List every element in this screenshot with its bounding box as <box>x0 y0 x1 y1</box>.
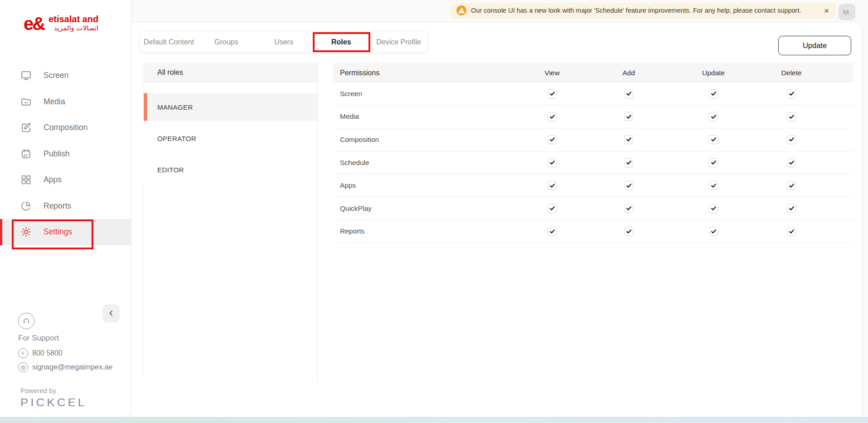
gear-icon <box>20 226 32 238</box>
main-content: Default ContentGroupsUsersRolesDevice Pr… <box>131 22 862 417</box>
support-phone[interactable]: 800 5800 <box>32 349 63 357</box>
permission-name: Apps <box>340 174 356 197</box>
calendar-icon <box>20 148 32 160</box>
roles-panel-divider <box>317 63 318 380</box>
checkbox-add[interactable] <box>624 89 633 98</box>
checkbox-add[interactable] <box>624 181 633 190</box>
sidebar-item-media[interactable]: Media <box>0 89 131 115</box>
checkbox-add[interactable] <box>624 158 633 167</box>
user-avatar[interactable]: M. <box>839 4 855 20</box>
checkbox-add[interactable] <box>624 204 633 213</box>
permission-row-media: Media <box>333 106 853 129</box>
checkbox-delete[interactable] <box>787 135 796 144</box>
sidebar-item-publish[interactable]: Publish <box>0 141 131 167</box>
etisalat-logo-mark: e& <box>24 15 44 33</box>
checkbox-update[interactable] <box>709 181 718 190</box>
notification-banner: Our console UI has a new look with major… <box>451 3 835 18</box>
permission-name: Composition <box>340 128 379 151</box>
column-header-delete: Delete <box>781 63 802 83</box>
sidebar-item-settings[interactable]: Settings <box>0 219 131 245</box>
checkbox-delete[interactable] <box>787 181 796 190</box>
checkbox-delete[interactable] <box>787 112 796 121</box>
checkbox-delete[interactable] <box>787 158 796 167</box>
role-item-operator[interactable]: OPERATOR <box>144 124 317 152</box>
permission-name: Schedule <box>340 151 369 174</box>
support-title: For Support <box>18 334 112 343</box>
sidebar: e& etisalat and اتصالات والمزيد Screen M… <box>0 0 131 417</box>
column-header-add: Add <box>622 63 635 83</box>
checkbox-view[interactable] <box>548 204 557 213</box>
selected-role-bar <box>144 93 147 121</box>
tab-default-content[interactable]: Default Content <box>140 31 198 53</box>
permissions-table-body: Screen Media Composition <box>333 83 853 243</box>
role-item-manager[interactable]: MANAGER <box>144 93 317 121</box>
checkbox-update[interactable] <box>709 158 718 167</box>
brand-name-en: etisalat and <box>48 15 98 24</box>
permission-row-composition: Composition <box>333 128 853 151</box>
roles-panel-header: All roles <box>144 63 317 83</box>
pickcel-logo: PICKCEL <box>20 396 87 409</box>
column-header-permissions: Permissions <box>340 63 379 83</box>
checkbox-view[interactable] <box>548 135 557 144</box>
permissions-table-header: Permissions View Add Update Delete <box>333 63 853 83</box>
powered-by-label: Powered by <box>20 387 87 394</box>
apps-grid-icon <box>20 174 32 186</box>
tab-device-profile[interactable]: Device Profile <box>370 31 427 53</box>
sidebar-nav: Screen Media Composition Publish Apps Re… <box>0 63 131 245</box>
checkbox-delete[interactable] <box>787 89 796 98</box>
roles-list: MANAGER OPERATOR EDITOR <box>144 93 317 187</box>
checkbox-update[interactable] <box>709 89 718 98</box>
permission-name: Media <box>340 106 359 128</box>
mail-icon: @ <box>18 362 28 372</box>
permission-row-schedule: Schedule <box>333 151 853 175</box>
support-email-row: @ signage@megaimpex.ae <box>18 362 112 372</box>
headset-icon <box>18 313 34 329</box>
sidebar-item-apps[interactable]: Apps <box>0 167 131 193</box>
update-button[interactable]: Update <box>778 36 851 55</box>
support-email[interactable]: signage@megaimpex.ae <box>32 363 112 371</box>
sidebar-item-composition[interactable]: Composition <box>0 115 131 141</box>
bottom-gradient-bar <box>0 417 868 423</box>
tab-groups[interactable]: Groups <box>198 31 255 53</box>
checkbox-view[interactable] <box>548 227 557 236</box>
checkbox-add[interactable] <box>624 135 633 144</box>
checkbox-update[interactable] <box>709 135 718 144</box>
role-item-editor[interactable]: EDITOR <box>144 156 317 184</box>
close-icon[interactable]: × <box>824 6 829 15</box>
checkbox-view[interactable] <box>548 89 557 98</box>
folder-icon <box>20 96 32 107</box>
banner-message: Our console UI has a new look with major… <box>471 7 801 14</box>
permission-row-reports: Reports <box>333 220 853 243</box>
permission-row-quickplay: QuickPlay <box>333 197 853 220</box>
settings-tabbar: Default ContentGroupsUsersRolesDevice Pr… <box>140 31 428 53</box>
powered-by: Powered by PICKCEL <box>20 387 87 410</box>
checkbox-add[interactable] <box>624 227 633 236</box>
support-section: For Support 800 5800 @ signage@megaimpex… <box>18 313 112 376</box>
tab-roles[interactable]: Roles <box>312 31 370 53</box>
warning-icon <box>456 5 466 15</box>
checkbox-update[interactable] <box>709 112 718 121</box>
permission-name: Reports <box>340 220 364 243</box>
checkbox-view[interactable] <box>548 158 557 167</box>
app-root: e& etisalat and اتصالات والمزيد Screen M… <box>0 0 868 423</box>
checkbox-view[interactable] <box>548 181 557 190</box>
sidebar-item-screen[interactable]: Screen <box>0 63 131 89</box>
brand-name-ar: اتصالات والمزيد <box>48 24 98 33</box>
checkbox-update[interactable] <box>709 227 718 236</box>
pie-chart-icon <box>20 200 32 212</box>
checkbox-delete[interactable] <box>787 204 796 213</box>
checkbox-update[interactable] <box>709 204 718 213</box>
brand-logo: e& etisalat and اتصالات والمزيد <box>24 15 98 33</box>
column-header-view: View <box>544 63 559 83</box>
monitor-icon <box>20 70 32 82</box>
roles-panel-title: All roles <box>157 68 183 77</box>
permission-row-screen: Screen <box>333 83 853 106</box>
column-header-update: Update <box>702 63 725 83</box>
checkbox-add[interactable] <box>624 112 633 121</box>
permission-name: Screen <box>340 83 362 105</box>
tab-users[interactable]: Users <box>255 31 313 53</box>
checkbox-view[interactable] <box>548 112 557 121</box>
checkbox-delete[interactable] <box>787 227 796 236</box>
compose-icon <box>20 122 32 134</box>
sidebar-item-reports[interactable]: Reports <box>0 193 131 219</box>
